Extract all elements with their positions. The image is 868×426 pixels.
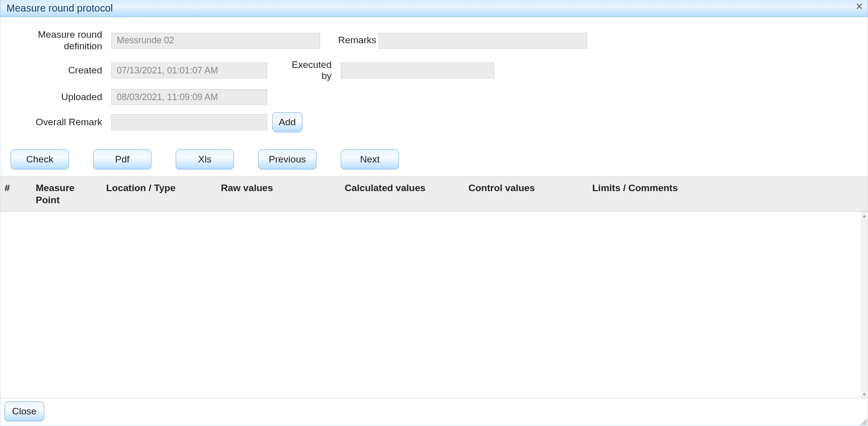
scroll-gutter-head: [860, 177, 867, 211]
label-overall-remark: Overall Remark: [11, 117, 111, 128]
check-button[interactable]: Check: [11, 149, 69, 169]
created-field: [111, 62, 267, 78]
form-area: Measure round definition Remarks Created…: [1, 17, 867, 144]
col-location-type: Location / Type: [102, 177, 217, 211]
col-calculated-values: Calculated values: [341, 177, 464, 211]
dialog-footer: Close: [1, 398, 867, 425]
dialog-panel: Measure round definition Remarks Created…: [0, 17, 868, 426]
col-index: #: [1, 177, 32, 211]
definition-field: [111, 33, 320, 49]
scroll-down-icon[interactable]: ▾: [863, 390, 865, 398]
close-icon[interactable]: ×: [856, 1, 862, 12]
label-executed-by: Executed by: [285, 59, 341, 82]
add-button[interactable]: Add: [272, 112, 302, 132]
vertical-scrollbar[interactable]: ▴ ▾: [860, 212, 867, 398]
label-remarks: Remarks: [338, 35, 378, 46]
label-uploaded: Uploaded: [11, 92, 111, 103]
label-created: Created: [11, 65, 111, 76]
table-body: ▴ ▾: [1, 212, 867, 398]
col-measure-point: Measure Point: [32, 177, 102, 211]
remarks-field[interactable]: [378, 33, 587, 49]
col-raw-values: Raw values: [217, 177, 341, 211]
uploaded-field: [111, 89, 267, 105]
col-limits-comments: Limits / Comments: [588, 177, 860, 211]
col-control-values: Control values: [464, 177, 588, 211]
close-button[interactable]: Close: [5, 401, 44, 421]
next-button[interactable]: Next: [341, 149, 399, 169]
toolbar: Check Pdf Xls Previous Next: [1, 144, 867, 177]
executed-by-field[interactable]: [341, 62, 494, 78]
previous-button[interactable]: Previous: [258, 149, 317, 169]
table-header: # Measure Point Location / Type Raw valu…: [1, 177, 867, 212]
dialog-title: Measure round protocol: [7, 3, 113, 14]
resize-grip-icon[interactable]: [859, 417, 867, 425]
label-definition: Measure round definition: [11, 29, 111, 52]
scroll-up-icon[interactable]: ▴: [863, 212, 865, 219]
dialog-titlebar: Measure round protocol ×: [0, 0, 868, 17]
xls-button[interactable]: Xls: [176, 149, 234, 169]
overall-remark-field[interactable]: [111, 114, 267, 130]
pdf-button[interactable]: Pdf: [93, 149, 151, 169]
